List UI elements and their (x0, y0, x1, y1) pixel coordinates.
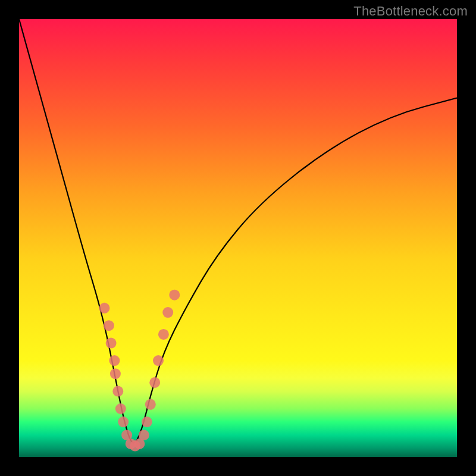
scatter-dot (99, 303, 110, 314)
scatter-dot (109, 355, 120, 366)
scatter-dot (115, 403, 126, 414)
scatter-dot (142, 416, 152, 427)
scatter-dot (139, 430, 149, 440)
scatter-dot (110, 368, 121, 379)
scatter-dot (118, 416, 129, 427)
scatter-dot (106, 338, 117, 349)
scatter-dot (169, 290, 180, 300)
scatter-dot (158, 329, 169, 340)
scatter-dot (149, 377, 160, 388)
plot-area (19, 19, 457, 457)
curve-path (19, 19, 457, 443)
scatter-dot (112, 386, 123, 397)
chart-frame: TheBottleneck.com (0, 0, 476, 476)
bottleneck-curve (19, 19, 457, 443)
scatter-dot (162, 307, 173, 318)
chart-svg (19, 19, 457, 457)
watermark-text: TheBottleneck.com (353, 4, 468, 19)
scatter-dots (99, 290, 180, 452)
scatter-dot (145, 399, 156, 410)
scatter-dot (104, 320, 114, 331)
scatter-dot (153, 355, 164, 366)
